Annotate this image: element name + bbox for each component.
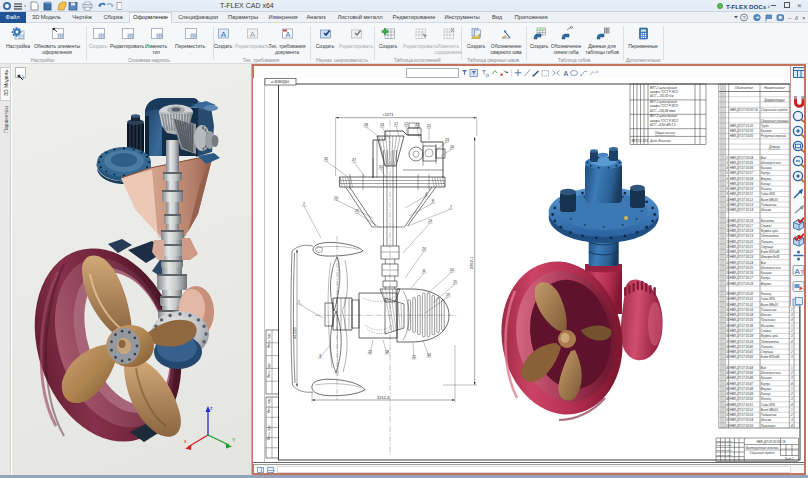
- svg-text:27: 27: [355, 209, 359, 213]
- svg-text:x: x: [184, 438, 187, 444]
- svg-text:Ступица: Ступица: [761, 245, 774, 249]
- svg-text:Шестерня кон.: Шестерня кон.: [761, 161, 782, 165]
- svg-text:Крышка: Крышка: [761, 129, 772, 133]
- svg-text:3: 3: [791, 334, 793, 338]
- svg-text:НВФ.ДП.07.00.16: НВФ.ДП.07.00.16: [730, 219, 754, 223]
- svg-text:5: 5: [726, 171, 728, 175]
- svg-text:Подшипник: Подшипник: [761, 413, 777, 417]
- svg-text:НВФ.ДП.07.00.32: НВФ.ДП.07.00.32: [730, 303, 754, 307]
- svg-text:Изм Лист Подп.: Изм Лист Подп.: [717, 454, 733, 456]
- svg-text:Сборочный чертёж: Сборочный чертёж: [761, 108, 789, 112]
- svg-text:Корпус: Корпус: [761, 276, 771, 280]
- svg-text:4217—150,00×1м: 4217—150,00×1м: [650, 94, 673, 98]
- svg-text:ВФТ.ХХ.ХХХ: ВФТ.ХХ.ХХХ: [632, 139, 650, 143]
- svg-text:3: 3: [319, 354, 321, 358]
- svg-text:Корпус: Корпус: [761, 171, 771, 175]
- svg-text:19: 19: [446, 293, 450, 297]
- svg-text:?: ?: [742, 15, 745, 21]
- svg-text:4: 4: [791, 340, 793, 344]
- svg-text:НВФ.ДП.07.00.42: НВФ.ДП.07.00.42: [730, 355, 754, 359]
- svg-text:НВФ.ДП.07.02.00: НВФ.ДП.07.02.00: [730, 129, 754, 133]
- svg-text:2362,1: 2362,1: [469, 256, 474, 269]
- svg-text:НВФ.ДП.07.00.06: НВФ.ДП.07.00.06: [730, 166, 754, 170]
- svg-text:НВФ.ДП.07.00.05: НВФ.ДП.07.00.05: [730, 161, 754, 165]
- svg-text:Муфта зубч.: Муфта зубч.: [761, 334, 779, 338]
- svg-text:23: 23: [725, 266, 729, 270]
- svg-text:ВФТ-1 цилиндровые: ВФТ-1 цилиндровые: [650, 86, 678, 90]
- svg-text:Изм Лист Подп.: Изм Лист Подп.: [717, 444, 733, 446]
- svg-text:НВФ.ДП.07.00.55: НВФ.ДП.07.00.55: [730, 424, 754, 428]
- svg-text:4: 4: [791, 424, 793, 428]
- svg-text:≈1271: ≈1271: [382, 112, 394, 117]
- svg-text:1: 1: [791, 324, 793, 328]
- svg-text:НВФ.ДП.07.01.00: НВФ.ДП.07.01.00: [730, 124, 754, 128]
- svg-text:Труба: Труба: [761, 124, 769, 128]
- svg-text:31: 31: [379, 165, 383, 169]
- svg-text:Втулка: Втулка: [761, 282, 772, 286]
- svg-text:20: 20: [725, 250, 729, 254]
- svg-text:24: 24: [422, 247, 426, 251]
- svg-text:Крышка: Крышка: [761, 166, 772, 170]
- svg-text:Шпонка: Шпонка: [761, 208, 772, 212]
- svg-text:Инв.№ подл.: Инв.№ подл.: [267, 397, 271, 413]
- svg-text:НВФ.ДП.07.00.27: НВФ.ДП.07.00.27: [730, 276, 754, 280]
- svg-text:25: 25: [725, 276, 729, 280]
- svg-text:1: 1: [791, 366, 793, 370]
- svg-text:3: 3: [791, 418, 793, 422]
- svg-text:2: 2: [790, 350, 793, 354]
- svg-text:НВФ.ДП.07.00.40: НВФ.ДП.07.00.40: [730, 345, 754, 349]
- svg-text:4: 4: [726, 166, 728, 170]
- svg-text:12: 12: [404, 122, 408, 126]
- svg-text:3: 3: [791, 313, 793, 317]
- svg-text:Корпус: Корпус: [761, 382, 771, 386]
- svg-text:НВФ.ДП.07.00.07: НВФ.ДП.07.00.07: [730, 171, 754, 175]
- svg-text:×: ×: [802, 15, 806, 21]
- svg-text:НВФ.ДП.07.00.44: НВФ.ДП.07.00.44: [730, 366, 754, 370]
- svg-text:A: A: [564, 70, 569, 77]
- svg-text:НВФ.ДП.07.00.54: НВФ.ДП.07.00.54: [730, 418, 754, 422]
- svg-text:3: 3: [791, 355, 793, 359]
- svg-text:Лопасть: Лопасть: [760, 345, 774, 349]
- svg-text:17: 17: [394, 122, 398, 126]
- svg-text:Шпонка: Шпонка: [761, 313, 772, 317]
- svg-text:Гайка М16: Гайка М16: [761, 297, 775, 301]
- svg-text:ВФТ-1 цилиндровые: ВФТ-1 цилиндровые: [650, 114, 678, 118]
- svg-text:Болт М10х40: Болт М10х40: [761, 250, 780, 254]
- svg-text:20: 20: [450, 268, 454, 272]
- svg-text:47: 47: [352, 158, 356, 162]
- svg-text:Фланец: Фланец: [761, 292, 772, 296]
- svg-text:Муфта зубч.: Муфта зубч.: [761, 229, 779, 233]
- svg-text:A: A: [220, 30, 226, 39]
- svg-text:Лист 1: Лист 1: [783, 457, 794, 461]
- svg-text:Вал: Вал: [761, 366, 767, 370]
- svg-text:Штифт 8х30: Штифт 8х30: [761, 255, 780, 259]
- svg-text:21: 21: [412, 355, 416, 359]
- svg-text:8: 8: [432, 199, 434, 203]
- svg-text:Манжета: Манжета: [761, 219, 775, 223]
- svg-text:Общие данные: Общие данные: [655, 131, 676, 135]
- svg-text:23: 23: [445, 138, 449, 142]
- svg-text:Фланец: Фланец: [761, 187, 772, 191]
- svg-text:Обтекатель: Обтекатель: [761, 340, 779, 344]
- svg-text:Шестерня кон.: Шестерня кон.: [761, 371, 782, 375]
- svg-text:шкифы ГОСТ Р ИСО: шкифы ГОСТ Р ИСО: [650, 119, 679, 123]
- svg-text:2: 2: [790, 413, 793, 417]
- svg-text:3: 3: [791, 376, 793, 380]
- svg-text:1: 1: [791, 387, 793, 391]
- svg-text:Дипл. Въюнник: Дипл. Въюнник: [649, 139, 671, 143]
- svg-text:НВФ.ДП.07.00.14: НВФ.ДП.07.00.14: [730, 208, 754, 212]
- svg-text:2: 2: [790, 392, 793, 396]
- svg-text:Винт М8х20: Винт М8х20: [761, 198, 778, 202]
- svg-text:Кольцо: Кольцо: [761, 392, 771, 396]
- svg-text:НВФ.ДП.07.00.04: НВФ.ДП.07.00.04: [730, 156, 754, 160]
- svg-text:A: A: [285, 30, 290, 39]
- svg-text:Кольцо: Кольцо: [761, 182, 771, 186]
- svg-text:4: 4: [791, 403, 793, 407]
- svg-text:НВФ.ДП.07.00.38: НВФ.ДП.07.00.38: [730, 334, 754, 338]
- svg-text:21: 21: [725, 255, 729, 259]
- svg-text:28: 28: [364, 123, 368, 127]
- svg-text:24: 24: [380, 123, 384, 127]
- svg-text:3: 3: [791, 397, 793, 401]
- svg-text:22: 22: [368, 350, 372, 354]
- svg-text:Сборочный чертёж: Сборочный чертёж: [750, 451, 775, 455]
